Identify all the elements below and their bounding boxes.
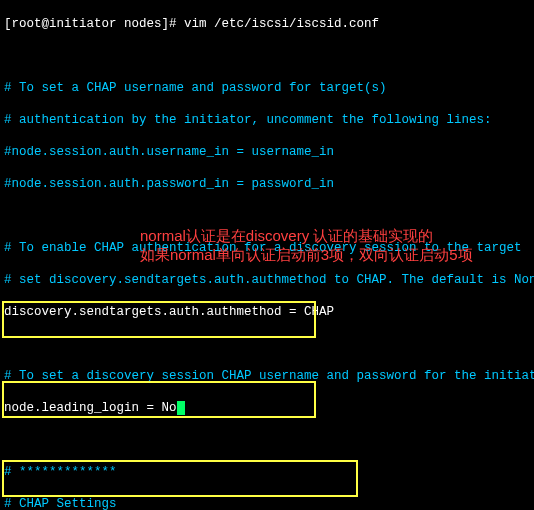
config-line: discovery.sendtargets.auth.authmethod = … xyxy=(4,304,530,320)
comment-line: # set discovery.sendtargets.auth.authmet… xyxy=(4,272,530,288)
config-line: #node.session.auth.username_in = usernam… xyxy=(4,144,530,160)
annotation-text: normal认证是在discovery 认证的基础实现的 xyxy=(140,228,433,244)
cursor xyxy=(177,401,185,415)
annotation-text: 如果normal单向认证启动前3项，双向认证启动5项 xyxy=(140,247,473,263)
blank-line xyxy=(4,208,530,224)
config-line: node.leading_login = No xyxy=(4,401,177,415)
comment-line: # To set a discovery session CHAP userna… xyxy=(4,368,530,384)
comment-line: # To set a CHAP username and password fo… xyxy=(4,80,530,96)
blank-line xyxy=(4,48,530,64)
config-line: #node.session.auth.password_in = passwor… xyxy=(4,176,530,192)
cursor-line: node.leading_login = No xyxy=(4,400,530,416)
section-line: # CHAP Settings xyxy=(4,496,530,510)
shell-prompt-line: [root@initiator nodes]# vim /etc/iscsi/i… xyxy=(4,16,530,32)
comment-line: # authentication by the initiator, uncom… xyxy=(4,112,530,128)
section-line: # ************* xyxy=(4,464,530,480)
blank-line xyxy=(4,432,530,448)
blank-line xyxy=(4,336,530,352)
